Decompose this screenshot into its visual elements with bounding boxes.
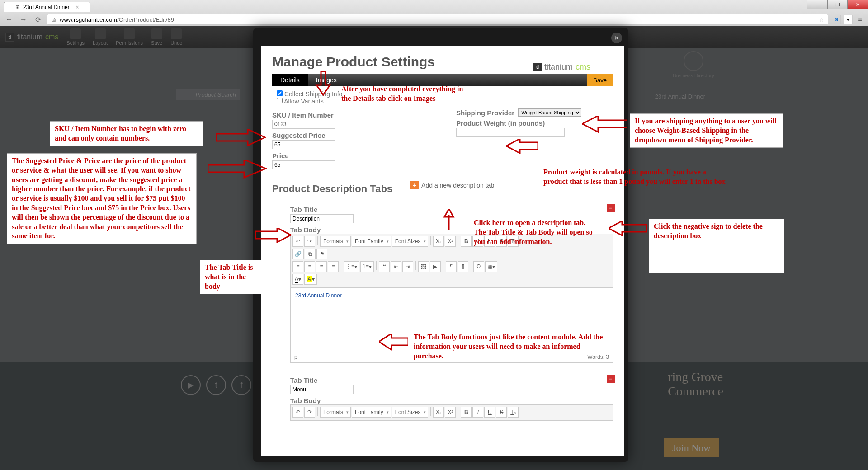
- add-description-tab[interactable]: + Add a new description tab: [410, 181, 494, 189]
- product-weight-input[interactable]: [456, 128, 565, 137]
- tab-title-input[interactable]: [290, 385, 354, 394]
- bg-color-button[interactable]: A▾: [304, 274, 317, 285]
- link-button[interactable]: 🔗: [292, 249, 304, 259]
- description-tab-2: – Tab Title Tab Body ↶ ↷ Formats Font Fa…: [290, 376, 613, 421]
- superscript-button[interactable]: X²: [445, 407, 456, 418]
- bookmark-icon[interactable]: ☆: [819, 16, 824, 23]
- browser-chrome: — ☐ ✕ 🗎 23rd Annual Dinner × ← → ⟳ 🗎 www…: [0, 0, 868, 26]
- modal-body: Manage Product Settings ti titanium cms …: [261, 46, 624, 456]
- arrow-left-icon: [506, 139, 538, 154]
- superscript-button[interactable]: X²: [445, 236, 456, 247]
- address-row: ← → ⟳ 🗎 www.rsgchamber.com/OrderProduct/…: [0, 13, 868, 26]
- formats-dropdown[interactable]: Formats: [320, 236, 351, 247]
- callout-images-tab: After you have completed everything in t…: [337, 82, 468, 106]
- reload-button[interactable]: ⟳: [33, 14, 43, 25]
- callout-minus: Click the negative sign to delete the de…: [649, 219, 784, 273]
- font-sizes-dropdown[interactable]: Font Sizes: [392, 407, 429, 418]
- page-icon: 🗎: [51, 16, 57, 23]
- maximize-button[interactable]: ☐: [827, 0, 848, 9]
- callout-add-tab: Click here to open a description tab. Th…: [469, 216, 600, 249]
- url-path: /OrderProduct/Edit/89: [117, 16, 174, 23]
- arrow-left-icon: [379, 334, 408, 352]
- url-host: www.rsgchamber.com: [60, 16, 117, 23]
- text-color-button[interactable]: A▾: [292, 274, 303, 285]
- rte-toolbar: ↶ ↷ Formats Font Family Font Sizes X₂ X²…: [290, 404, 613, 421]
- delete-tab-button[interactable]: –: [607, 375, 615, 383]
- arrow-right-icon: [208, 160, 267, 179]
- font-family-dropdown[interactable]: Font Family: [352, 236, 391, 247]
- anchor-button[interactable]: ⚑: [316, 249, 327, 259]
- outdent-button[interactable]: ⇤: [391, 261, 401, 272]
- shipping-provider-label: Shipping Provider: [456, 109, 514, 117]
- align-center-button[interactable]: ≡: [304, 261, 315, 272]
- arrow-right-icon: [255, 228, 292, 243]
- tab-close-icon[interactable]: ×: [76, 4, 79, 10]
- close-window-button[interactable]: ✕: [848, 0, 868, 9]
- tab-title-label: Tab Title: [290, 376, 613, 384]
- indent-button[interactable]: ⇥: [402, 261, 413, 272]
- table-button[interactable]: ▦▾: [485, 261, 497, 272]
- tab-details[interactable]: Details: [272, 74, 308, 86]
- callout-tab-body: The Tab Body functions just like the con…: [409, 330, 608, 363]
- unlink-button[interactable]: ⧉: [305, 249, 316, 259]
- tab-body-label: Tab Body: [290, 397, 613, 404]
- subscript-button[interactable]: X₂: [433, 407, 444, 418]
- font-family-dropdown[interactable]: Font Family: [352, 407, 391, 418]
- rte-path: p: [294, 354, 297, 360]
- extension-icons: S ▾ ≡: [832, 15, 864, 24]
- window-controls: — ☐ ✕: [807, 0, 868, 9]
- minimize-button[interactable]: —: [807, 0, 827, 9]
- rtl-button[interactable]: ¶: [458, 261, 468, 272]
- extension-icon[interactable]: S: [832, 15, 841, 24]
- subscript-button[interactable]: X₂: [433, 236, 444, 247]
- blockquote-button[interactable]: ❝: [379, 261, 390, 272]
- arrow-left-icon: [609, 221, 647, 236]
- delete-tab-button[interactable]: –: [607, 204, 615, 212]
- redo-button[interactable]: ↷: [304, 407, 315, 418]
- redo-button[interactable]: ↷: [304, 236, 315, 247]
- suggested-price-input[interactable]: [272, 140, 335, 149]
- underline-button[interactable]: U: [484, 407, 495, 418]
- align-right-button[interactable]: ≡: [316, 261, 327, 272]
- rte-content: 23rd Annual Dinner: [295, 292, 342, 299]
- forward-button[interactable]: →: [18, 14, 29, 25]
- formats-dropdown[interactable]: Formats: [320, 407, 351, 418]
- price-input[interactable]: [272, 160, 335, 169]
- price-label: Price: [272, 152, 429, 160]
- modal-close-button[interactable]: ✕: [611, 33, 622, 43]
- arrow-down-icon: [441, 209, 457, 231]
- arrow-left-icon: [582, 116, 627, 134]
- sku-input[interactable]: [272, 120, 335, 129]
- address-bar[interactable]: 🗎 www.rsgchamber.com/OrderProduct/Edit/8…: [47, 14, 828, 25]
- menu-icon[interactable]: ≡: [855, 15, 864, 24]
- number-list-button[interactable]: 1≡▾: [360, 261, 374, 272]
- undo-button[interactable]: ↶: [292, 236, 303, 247]
- shipping-provider-select[interactable]: Weight-Based Shipping: [518, 108, 581, 117]
- special-char-button[interactable]: Ω: [473, 261, 484, 272]
- save-button[interactable]: Save: [587, 74, 613, 86]
- bold-button[interactable]: B: [461, 407, 472, 418]
- browser-tab[interactable]: 🗎 23rd Annual Dinner ×: [4, 2, 90, 12]
- callout-shipping: If you are shipping anything to a user y…: [630, 113, 783, 148]
- image-button[interactable]: 🖼: [418, 261, 429, 272]
- font-sizes-dropdown[interactable]: Font Sizes: [392, 236, 429, 247]
- align-justify-button[interactable]: ≡: [328, 261, 339, 272]
- align-left-button[interactable]: ≡: [292, 261, 303, 272]
- bullet-list-button[interactable]: ⋮≡▾: [344, 261, 359, 272]
- callout-weight: Product weight is calculated in pounds. …: [539, 165, 733, 189]
- callout-sku: SKU / Item Number has to begin with zero…: [50, 121, 203, 146]
- media-button[interactable]: ▶: [430, 261, 441, 272]
- strikethrough-button[interactable]: S: [496, 407, 507, 418]
- clear-format-button[interactable]: Tₓ: [508, 407, 519, 418]
- undo-button[interactable]: ↶: [292, 407, 303, 418]
- modal-logo: ti titanium cms: [533, 62, 590, 72]
- description-tabs-heading: Product Description Tabs: [272, 183, 392, 195]
- callout-tab-title: The Tab Title is what is in the body: [200, 260, 265, 294]
- tab-title-input[interactable]: [290, 214, 354, 223]
- plus-icon: +: [410, 181, 419, 189]
- extension-icon[interactable]: ▾: [844, 15, 853, 24]
- ltr-button[interactable]: ¶: [446, 261, 457, 272]
- back-button[interactable]: ←: [4, 14, 14, 25]
- italic-button[interactable]: I: [472, 407, 483, 418]
- arrow-right-icon: [216, 129, 266, 147]
